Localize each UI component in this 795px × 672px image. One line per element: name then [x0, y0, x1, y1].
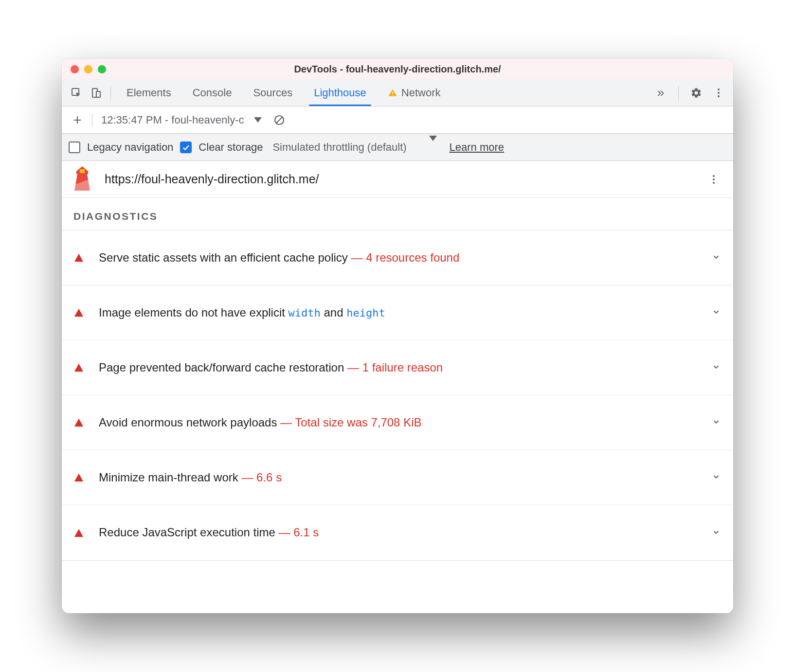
tab-label: Network — [401, 87, 441, 99]
report-header: https://foul-heavenly-direction.glitch.m… — [62, 161, 733, 198]
window-controls — [71, 65, 106, 73]
chevron-down-icon — [254, 117, 262, 123]
diagnostic-row[interactable]: Minimize main-thread work — 6.6 s — [62, 450, 733, 505]
devtools-window: DevTools - foul-heavenly-direction.glitc… — [62, 59, 733, 613]
chevron-down-icon — [429, 136, 437, 153]
diagnostic-detail: 6.1 s — [293, 526, 319, 539]
diagnostic-text: Page prevented back/forward cache restor… — [93, 359, 711, 376]
svg-marker-21 — [74, 419, 83, 426]
tab-sources[interactable]: Sources — [242, 79, 303, 106]
legacy-navigation-label: Legacy navigation — [87, 141, 173, 154]
titlebar: DevTools - foul-heavenly-direction.glitc… — [62, 59, 733, 79]
diagnostic-text: Avoid enormous network payloads — Total … — [93, 414, 711, 431]
warning-triangle-icon — [73, 473, 93, 482]
svg-marker-18 — [74, 254, 83, 262]
clear-storage-label: Clear storage — [199, 141, 263, 154]
report-dropdown[interactable]: 12:35:47 PM - foul-heavenly-c — [101, 114, 262, 126]
lighthouse-logo-icon — [72, 165, 93, 194]
inspect-element-icon[interactable] — [67, 83, 86, 103]
tab-lighthouse[interactable]: Lighthouse — [303, 79, 377, 106]
chevron-down-icon — [711, 251, 722, 264]
warning-triangle-icon — [73, 528, 93, 538]
tab-network[interactable]: Network — [377, 79, 452, 106]
throttling-label: Simulated throttling (default) — [272, 141, 406, 154]
svg-rect-2 — [96, 91, 100, 97]
diagnostic-detail: 6.6 s — [256, 471, 282, 484]
svg-point-6 — [718, 92, 720, 94]
svg-marker-19 — [74, 309, 83, 317]
learn-more-link[interactable]: Learn more — [450, 141, 505, 154]
throttling-dropdown[interactable] — [425, 141, 437, 154]
svg-marker-22 — [74, 474, 83, 481]
svg-marker-20 — [74, 364, 83, 371]
svg-point-5 — [718, 88, 720, 90]
separator — [92, 113, 92, 127]
device-toolbar-icon[interactable] — [86, 83, 106, 103]
svg-rect-4 — [392, 94, 393, 95]
tab-label: Console — [193, 87, 232, 99]
report-dropdown-label: 12:35:47 PM - foul-heavenly-c — [101, 114, 244, 126]
svg-line-9 — [276, 117, 282, 123]
lighthouse-options: Legacy navigation Clear storage Simulate… — [62, 134, 733, 161]
devtools-tabbar: ElementsConsoleSourcesLighthouseNetwork … — [62, 79, 733, 106]
tab-elements[interactable]: Elements — [116, 79, 182, 106]
clear-report-icon[interactable] — [270, 110, 289, 130]
svg-point-16 — [713, 178, 715, 180]
tab-console[interactable]: Console — [182, 79, 243, 106]
diagnostic-row[interactable]: Avoid enormous network payloads — Total … — [62, 395, 733, 450]
svg-rect-3 — [392, 91, 393, 94]
diagnostics-heading: DIAGNOSTICS — [62, 198, 733, 230]
report-menu-icon[interactable] — [704, 170, 723, 189]
diagnostic-detail: 1 failure reason — [362, 361, 443, 374]
tab-label: Elements — [126, 87, 171, 99]
warning-triangle-icon — [73, 308, 93, 318]
warning-triangle-icon — [73, 253, 93, 263]
diagnostic-text: Serve static assets with an efficient ca… — [93, 249, 711, 266]
svg-point-15 — [713, 175, 715, 177]
diagnostic-text: Image elements do not have explicit widt… — [93, 304, 711, 321]
report-url: https://foul-heavenly-direction.glitch.m… — [105, 172, 692, 186]
chevron-down-icon — [711, 361, 722, 374]
diagnostic-row[interactable]: Image elements do not have explicit widt… — [62, 285, 733, 340]
minimize-window-button[interactable] — [84, 65, 92, 73]
diagnostic-row[interactable]: Serve static assets with an efficient ca… — [62, 230, 733, 285]
close-window-button[interactable] — [71, 65, 79, 73]
separator — [110, 86, 111, 100]
diagnostics-list: Serve static assets with an efficient ca… — [62, 230, 733, 561]
diagnostic-row[interactable]: Page prevented back/forward cache restor… — [62, 340, 733, 395]
zoom-window-button[interactable] — [98, 65, 106, 73]
svg-rect-11 — [80, 169, 85, 173]
settings-gear-icon[interactable] — [687, 83, 706, 103]
svg-marker-23 — [74, 529, 83, 536]
kebab-menu-icon[interactable] — [709, 83, 728, 103]
diagnostic-detail: Total size was 7,708 KiB — [295, 416, 421, 429]
new-report-button[interactable]: + — [68, 112, 87, 128]
chevron-down-icon — [711, 416, 722, 429]
window-title: DevTools - foul-heavenly-direction.glitc… — [62, 64, 733, 75]
tab-label: Sources — [253, 87, 292, 99]
more-tabs-button[interactable]: » — [651, 83, 670, 103]
chevron-down-icon — [711, 471, 722, 484]
warning-triangle-icon — [73, 363, 93, 372]
lighthouse-toolbar: + 12:35:47 PM - foul-heavenly-c — [62, 106, 733, 134]
separator — [678, 86, 679, 100]
diagnostic-row[interactable]: Reduce JavaScript execution time — 6.1 s — [62, 505, 733, 560]
clear-storage-checkbox[interactable] — [180, 141, 192, 153]
diagnostic-text: Minimize main-thread work — 6.6 s — [93, 469, 711, 486]
warning-icon — [388, 88, 398, 98]
svg-point-17 — [713, 182, 715, 184]
diagnostic-detail: 4 resources found — [366, 251, 459, 264]
chevron-down-icon — [711, 306, 722, 319]
warning-triangle-icon — [73, 418, 93, 427]
chevron-down-icon — [711, 527, 722, 539]
tab-label: Lighthouse — [314, 87, 366, 99]
svg-point-7 — [718, 95, 720, 97]
legacy-navigation-checkbox[interactable] — [69, 141, 80, 153]
diagnostic-text: Reduce JavaScript execution time — 6.1 s — [93, 524, 711, 541]
